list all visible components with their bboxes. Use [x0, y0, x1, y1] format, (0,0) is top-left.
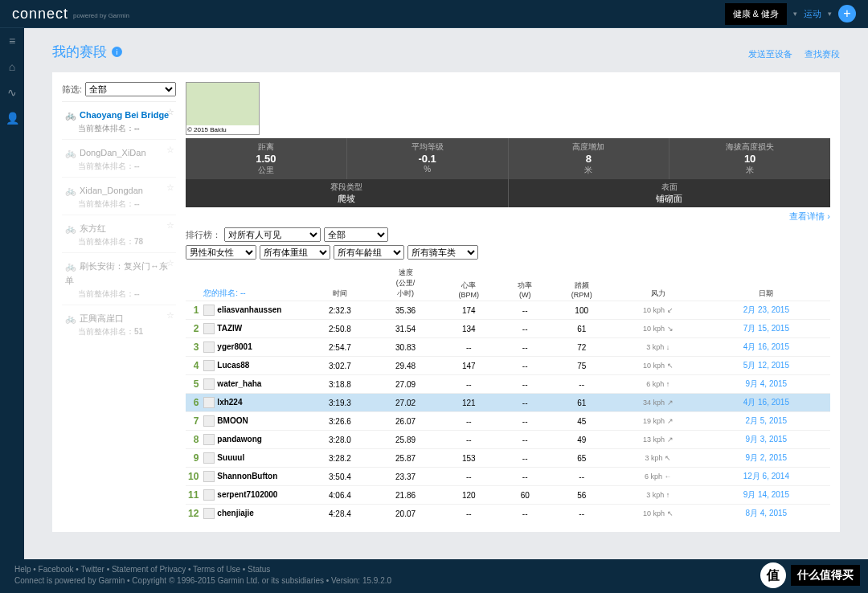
avatar [203, 341, 215, 353]
date-link[interactable]: 4月 16, 2015 [743, 342, 789, 351]
activity-icon[interactable]: ∿ [6, 86, 18, 99]
view-detail-link[interactable]: 查看详情 › [789, 211, 830, 221]
sport-dropdown-icon[interactable]: ▾ [828, 10, 832, 18]
table-row[interactable]: 12chenjiajie4:28.420.07------10 kph ↖8月 … [186, 505, 830, 523]
segment-item[interactable]: 🚲DongDan_XiDan☆当前整体排名：-- [62, 139, 176, 177]
filter-label: 筛选: [62, 84, 82, 96]
date-link[interactable]: 9月 4, 2015 [745, 379, 787, 388]
table-row[interactable]: 1eliasvanhaussen2:32.335.36174--10010 kp… [186, 301, 830, 320]
date-link[interactable]: 12月 6, 2014 [743, 472, 789, 481]
star-icon[interactable]: ☆ [166, 310, 174, 321]
health-fitness-button[interactable]: 健康 & 健身 [725, 3, 787, 25]
col-time: 时间 [305, 266, 374, 301]
segment-name: 东方红 [80, 223, 106, 233]
star-icon[interactable]: ☆ [166, 220, 174, 231]
avatar [203, 323, 215, 334]
segment-rank: 当前整体排名：-- [78, 198, 173, 210]
menu-icon[interactable]: ≡ [6, 35, 18, 47]
demographic-filter[interactable]: 所有年龄组 [334, 245, 404, 260]
avatar [203, 305, 215, 316]
table-row[interactable]: 4Lucas883:02.729.48147--7510 kph ↖5月 12,… [186, 357, 830, 375]
avatar [203, 508, 215, 519]
device-icon[interactable]: ⌂ [6, 60, 18, 73]
star-icon[interactable]: ☆ [166, 182, 174, 193]
segment-rank: 当前整体排名：-- [78, 123, 173, 134]
col-hr: 心率 (BPM) [437, 266, 501, 301]
content: 我的赛段 i 发送至设备 查找赛段 筛选: 全部 🚲Chaoyang Bei B… [24, 28, 868, 559]
table-row[interactable]: 6lxh2243:19.327.02121--6134 kph ↗4月 16, … [186, 394, 830, 412]
date-link[interactable]: 7月 15, 2015 [743, 324, 789, 333]
date-link[interactable]: 9月 2, 2015 [745, 453, 787, 462]
brand-subtitle: powered by Garmin [73, 12, 129, 19]
footer-links[interactable]: Help • Facebook • Twitter • Statement of… [14, 565, 270, 574]
send-to-device-link[interactable]: 发送至设备 [748, 49, 792, 59]
your-rank-link[interactable]: 您的排名: -- [203, 288, 245, 297]
scope-select[interactable]: 全部 [324, 227, 388, 242]
page-title-text: 我的赛段 [52, 43, 107, 61]
date-link[interactable]: 4月 16, 2015 [743, 398, 789, 407]
footer-copyright: Connect is powered by Garmin • Copyright… [14, 575, 854, 587]
date-link[interactable]: 9月 3, 2015 [745, 435, 787, 444]
col-speed: 速度 (公里/ 小时) [375, 266, 437, 301]
table-row[interactable]: 9Suuuul3:28.225.87153--653 kph ↖9月 2, 20… [186, 449, 830, 468]
demographic-filter[interactable]: 所有骑车类 [407, 245, 478, 260]
star-icon[interactable]: ☆ [166, 145, 174, 155]
date-link[interactable]: 2月 23, 2015 [743, 305, 789, 314]
avatar [203, 415, 215, 427]
segment-rank: 当前整体排名：-- [78, 288, 173, 300]
date-link[interactable]: 9月 14, 2015 [743, 490, 789, 499]
star-icon[interactable]: ☆ [166, 258, 174, 268]
segment-name: DongDan_XiDan [80, 148, 146, 157]
star-icon[interactable]: ☆ [166, 107, 174, 117]
date-link[interactable]: 5月 12, 2015 [743, 361, 789, 370]
brand-logo[interactable]: connect [12, 6, 68, 22]
col-wind: 风力 [614, 266, 702, 301]
page-title: 我的赛段 i [52, 43, 840, 61]
health-dropdown-icon[interactable]: ▾ [793, 10, 797, 18]
stat-cell: 平均等级-0.1% [347, 138, 509, 179]
avatar [203, 378, 215, 390]
table-row[interactable]: 5water_haha3:18.827.09------6 kph ↑9月 4,… [186, 375, 830, 394]
segment-item[interactable]: 🚲Chaoyang Bei Bridge☆当前整体排名：-- [62, 101, 176, 139]
filter-select[interactable]: 全部 [85, 82, 176, 96]
segment-name: Xidan_Dongdan [80, 186, 143, 195]
info-icon[interactable]: i [112, 47, 122, 57]
leaderboard-label: 排行榜： [186, 229, 221, 241]
add-button[interactable]: + [838, 5, 856, 22]
table-row[interactable]: 10ShannonBufton3:50.423.37------6 kph ←1… [186, 468, 830, 486]
segment-item[interactable]: 🚲Xidan_Dongdan☆当前整体排名：-- [62, 177, 176, 215]
table-row[interactable]: 2TAZIW2:50.831.54134--6110 kph ↘7月 15, 2… [186, 320, 830, 338]
date-link[interactable]: 2月 5, 2015 [745, 416, 787, 425]
table-row[interactable]: 7BMOON3:26.626.07----4519 kph ↗2月 5, 201… [186, 412, 830, 431]
stat-cell: 赛段类型爬坡 [186, 179, 509, 207]
sport-link[interactable]: 运动 [804, 8, 821, 20]
segment-rank: 当前整体排名：51 [78, 326, 173, 337]
avatar [203, 471, 215, 482]
avatar [203, 434, 215, 445]
demographic-filter[interactable]: 男性和女性 [186, 245, 256, 260]
watermark: 值 什么值得买 [760, 562, 860, 588]
segment-item[interactable]: 🚲刷长安街：复兴门↔东单☆当前整体排名：-- [62, 252, 176, 305]
page-actions: 发送至设备 查找赛段 [739, 48, 840, 60]
find-segment-link[interactable]: 查找赛段 [805, 49, 840, 59]
demographic-filter[interactable]: 所有体重组 [260, 245, 330, 260]
stat-cell: 高度增加8米 [509, 138, 670, 179]
col-cadence: 踏频 (RPM) [549, 266, 614, 301]
profile-icon[interactable]: 👤 [6, 112, 18, 125]
table-row[interactable]: 3yger80012:54.730.83----723 kph ↓4月 16, … [186, 338, 830, 357]
avatar [203, 452, 215, 464]
bike-icon: 🚲 [65, 186, 76, 195]
visibility-select[interactable]: 对所有人可见 [224, 227, 321, 242]
watermark-badge: 值 [760, 562, 786, 588]
segment-name: 刷长安街：复兴门↔东单 [65, 261, 168, 285]
table-row[interactable]: 11serpent71020004:06.421.8612060563 kph … [186, 486, 830, 505]
footer: Help • Facebook • Twitter • Statement of… [0, 559, 868, 593]
segment-item[interactable]: 🚲正興高崖口☆当前整体排名：51 [62, 305, 176, 342]
table-row[interactable]: 8pandawong3:28.025.89----4913 kph ↗9月 3,… [186, 431, 830, 449]
sidebar: ≡ ⌂ ∿ 👤 [0, 28, 24, 559]
segment-rank: 当前整体排名：78 [78, 236, 173, 247]
segment-map[interactable] [186, 82, 260, 135]
segment-item[interactable]: 🚲东方红☆当前整体排名：78 [62, 215, 176, 252]
bike-icon: 🚲 [65, 110, 76, 120]
date-link[interactable]: 8月 4, 2015 [745, 509, 787, 517]
